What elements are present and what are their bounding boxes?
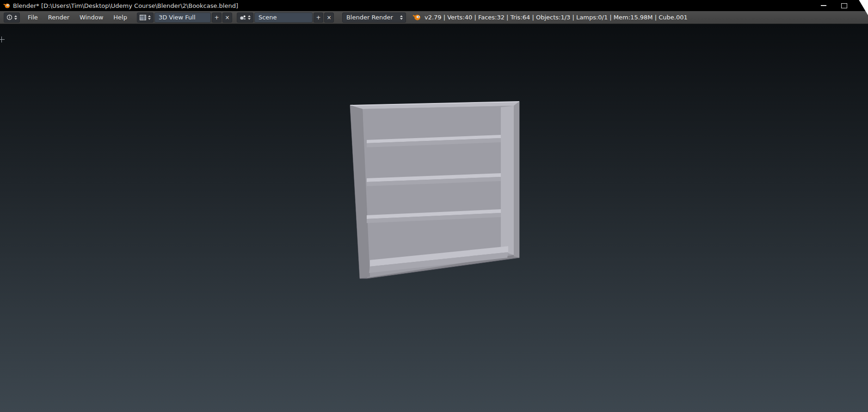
scene-stats: v2.79 | Verts:40 | Faces:32 | Tris:64 | …: [425, 14, 688, 21]
menu-render[interactable]: Render: [43, 14, 74, 21]
screen-layout-value: 3D View Full: [159, 14, 196, 21]
bookcase-geometry[interactable]: [350, 102, 519, 279]
dropdown-arrows-icon: [14, 15, 17, 20]
screen-layout-field[interactable]: 3D View Full: [154, 12, 211, 23]
maximize-button[interactable]: [834, 0, 854, 11]
blender-window: Blender* [D:\Users\Tim\Desktop\Udemy Cou…: [0, 0, 868, 412]
maximize-icon: [841, 3, 847, 8]
dropdown-arrows-icon: [400, 15, 403, 20]
delete-scene-button[interactable]: ×: [324, 12, 334, 23]
screen-layout-selector: 3D View Full + ×: [137, 12, 232, 23]
dropdown-arrows-icon: [248, 15, 251, 20]
dropdown-arrows-icon: [148, 15, 151, 20]
menu-help[interactable]: Help: [108, 14, 132, 21]
screen-layout-icon: [140, 15, 146, 20]
editor-type-selector[interactable]: [4, 12, 20, 23]
menu-bar: File Render Window Help: [23, 14, 132, 21]
scene-icon: [240, 15, 246, 20]
scene-selector: Scene + ×: [237, 12, 334, 23]
menu-window[interactable]: Window: [74, 14, 108, 21]
scene-browse-button[interactable]: [237, 12, 253, 23]
blender-logo-icon: [3, 3, 10, 9]
3d-viewport[interactable]: [0, 24, 868, 412]
info-editor-icon: [6, 14, 12, 20]
info-header: File Render Window Help 3D View Full: [0, 11, 868, 24]
render-engine-dropdown[interactable]: Blender Render: [342, 12, 406, 23]
minimize-icon: [821, 5, 826, 6]
bookcase-model[interactable]: [0, 24, 868, 412]
delete-layout-button[interactable]: ×: [222, 12, 232, 23]
title-bar: Blender* [D:\Users\Tim\Desktop\Udemy Cou…: [0, 0, 868, 11]
minimize-button[interactable]: [813, 0, 834, 11]
blender-logo-icon: [412, 14, 421, 21]
scene-name-value: Scene: [259, 14, 277, 21]
scene-name-field[interactable]: Scene: [254, 12, 313, 23]
add-scene-button[interactable]: +: [314, 12, 323, 23]
window-controls: [813, 0, 868, 11]
add-layout-button[interactable]: +: [212, 12, 222, 23]
window-title: Blender* [D:\Users\Tim\Desktop\Udemy Cou…: [13, 2, 238, 9]
menu-file[interactable]: File: [23, 14, 43, 21]
render-engine-value: Blender Render: [346, 14, 393, 21]
screen-layout-browse-button[interactable]: [137, 12, 154, 23]
